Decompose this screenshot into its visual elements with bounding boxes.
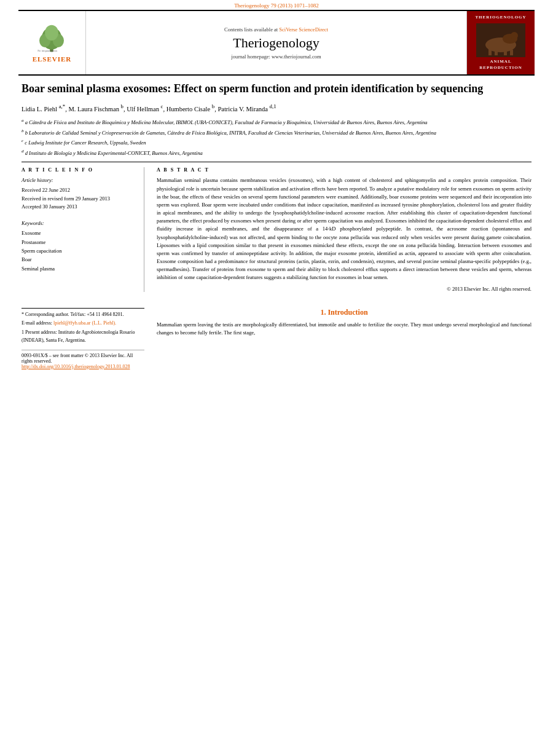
footnotes: * Corresponding author. Tel/fax: +54 11 … [22,308,144,345]
animal-repro-image [476,23,525,57]
keyword-seminal-plasma: Seminal plasma [22,264,136,273]
affil-d: d d Instituto de Biología y Medicina Exp… [22,148,531,157]
svg-rect-12 [504,50,507,55]
affil-c: c c Ludwig Institute for Cancer Research… [22,138,531,147]
received-date: Received 22 June 2012 [22,186,136,195]
footnote-present-address: 1 Present address: Instituto de Agrobiot… [22,329,144,345]
history-label: Article history: [22,176,136,185]
journal-header: Ne iniquum petas ELSEVIER Contents lists… [18,10,535,76]
keyword-prostasome: Prostasome [22,238,136,246]
abstract-text: Mammalian seminal plasma contains membra… [157,176,531,282]
article-info-abstract: A R T I C L E I N F O Article history: R… [22,167,531,291]
affil-a: a a Cátedra de Física and Instituto de B… [22,117,531,127]
keyword-exosome: Exosome [22,229,136,237]
abstract-label: A B S T R A C T [157,167,531,173]
elsevier-tree-icon: Ne iniquum petas [33,23,70,53]
intro-section-title: 1. Introduction [157,308,531,317]
svg-point-4 [45,25,59,41]
keyword-boar: Boar [22,255,136,264]
intro-text: Mammalian sperm leaving the testis are m… [157,321,531,337]
elsevier-logo-block: Ne iniquum petas ELSEVIER [18,11,86,74]
footnote-email: E-mail address: lpiehl@ffyb.uba.ar (L.L.… [22,320,144,328]
abstract-col: A B S T R A C T Mammalian seminal plasma… [157,167,531,291]
svg-text:Ne iniquum petas: Ne iniquum petas [38,49,58,52]
affil-b: b b Laboratorio de Calidad Seminal y Cri… [22,128,531,137]
svg-rect-10 [488,49,492,55]
bottom-left-col: * Corresponding author. Tel/fax: +54 11 … [22,308,144,369]
svg-point-9 [511,32,518,39]
article-info-label: A R T I C L E I N F O [22,167,136,173]
sciverse-link[interactable]: SciVerse ScienceDirect [279,26,328,33]
article-title: Boar seminal plasma exosomes: Effect on … [22,82,531,96]
abstract-copyright: © 2013 Elsevier Inc. All rights reserved… [157,286,531,292]
journal-citation: Theriogenology 79 (2013) 1071–1082 [0,0,553,10]
journal-center: Contents lists available at SciVerse Sci… [86,11,467,74]
journal-homepage: journal homepage: www.theriojournal.com [231,53,321,60]
theriogenology-brand-block: THERIOGENOLOGY ANIMAL REPRODUCTION [467,11,535,74]
animal-repro-label: ANIMAL REPRODUCTION [479,59,522,71]
svg-rect-13 [510,50,513,55]
article-body: Boar seminal plasma exosomes: Effect on … [0,76,553,297]
copyright-bar: 0093-691X/$ – see front matter © 2013 El… [22,350,144,369]
copyright-text: 0093-691X/$ – see front matter © 2013 El… [22,353,144,364]
introduction-col: 1. Introduction Mammalian sperm leaving … [157,308,531,369]
animal-image-icon [476,23,525,57]
footnote-corresponding: * Corresponding author. Tel/fax: +54 11 … [22,311,144,319]
keywords-label: Keywords: [22,219,136,227]
contents-line: Contents lists available at SciVerse Sci… [224,26,328,33]
svg-rect-11 [495,50,498,55]
doi-link[interactable]: http://dx.doi.org/10.1016/j.theriogenolo… [22,364,144,369]
revised-date: Received in revised form 29 January 2013 [22,195,136,203]
affiliations: a a Cátedra de Física and Instituto de B… [22,117,531,157]
journal-title: Theriogenology [233,35,320,51]
keyword-sperm-capacitation: Sperm capacitation [22,246,136,255]
keywords-section: Keywords: Exosome Prostasome Sperm capac… [22,219,136,274]
authors-line: Lidia L. Piehl a,*, M. Laura Fischman b,… [22,103,531,114]
accepted-date: Accepted 30 January 2013 [22,203,136,211]
bottom-section: * Corresponding author. Tel/fax: +54 11 … [0,308,553,369]
article-history: Article history: Received 22 June 2012 R… [22,176,136,211]
section-divider [22,162,531,162]
article-info-col: A R T I C L E I N F O Article history: R… [22,167,144,291]
